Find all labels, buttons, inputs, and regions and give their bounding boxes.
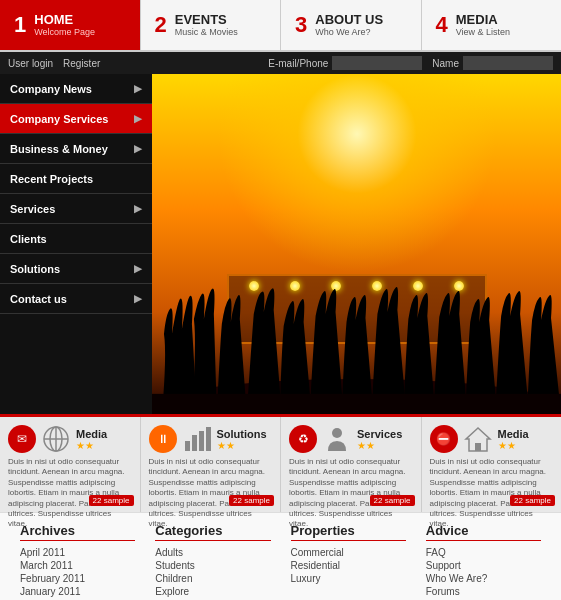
feature-stars: ★★	[498, 440, 529, 451]
sidebar-item-business-&-money[interactable]: Business & Money ▶	[0, 134, 152, 164]
nav-num: 4	[436, 14, 448, 36]
feature-title: Media	[76, 428, 107, 440]
sidebar-arrow-icon: ▶	[134, 293, 142, 304]
name-input[interactable]	[463, 56, 553, 70]
feature-stars: ★★	[357, 440, 402, 451]
feature-header: ⏸ Solutions ★★	[149, 425, 273, 453]
sidebar-item-label: Contact us	[10, 293, 67, 305]
name-field-group: Name	[432, 56, 553, 70]
user-bar: User login Register E-mail/Phone Name	[0, 52, 561, 74]
sidebar-item-label: Company Services	[10, 113, 108, 125]
sidebar-arrow-icon: ▶	[134, 143, 142, 154]
footer-link[interactable]: Commercial	[291, 547, 406, 558]
footer-link[interactable]: Forums	[426, 586, 541, 597]
nav-sub: View & Listen	[456, 27, 510, 37]
email-input[interactable]	[332, 56, 422, 70]
nav-text: EVENTS Music & Movies	[175, 13, 238, 37]
feature-desc: Duis in nisi ut odio consequatur tincidu…	[289, 457, 413, 530]
email-field-group: E-mail/Phone	[268, 56, 422, 70]
feature-desc: Duis in nisi ut odio consequatur tincidu…	[430, 457, 554, 530]
footer-link[interactable]: Residential	[291, 560, 406, 571]
feature-icon: ⏸	[149, 425, 177, 453]
feature-icon: ⛔	[430, 425, 458, 453]
crowd-silhouette	[152, 254, 561, 414]
footer-col-categories: CategoriesAdultsStudentsChildrenExplore	[155, 523, 270, 600]
footer-link[interactable]: Who We Are?	[426, 573, 541, 584]
svg-rect-8	[199, 431, 204, 451]
sidebar-item-company-news[interactable]: Company News ▶	[0, 74, 152, 104]
feature-img	[323, 425, 351, 453]
sidebar-item-contact-us[interactable]: Contact us ▶	[0, 284, 152, 314]
feature-desc: Duis in nisi ut odio consequatur tincidu…	[8, 457, 132, 530]
footer-link[interactable]: March 2011	[20, 560, 135, 571]
feature-badge: 22 sample	[229, 495, 274, 506]
feature-badge: 22 sample	[89, 495, 134, 506]
sidebar-item-services[interactable]: Services ▶	[0, 194, 152, 224]
feature-img	[464, 425, 492, 453]
feature-title: Solutions	[217, 428, 267, 440]
sidebar-item-solutions[interactable]: Solutions ▶	[0, 254, 152, 284]
footer-link[interactable]: Support	[426, 560, 541, 571]
feature-img	[183, 425, 211, 453]
hero-glow	[217, 74, 497, 274]
nav-item-home[interactable]: 1 HOME Welcome Page	[0, 0, 140, 50]
nav-sub: Music & Movies	[175, 27, 238, 37]
sidebar-item-clients[interactable]: Clients	[0, 224, 152, 254]
footer-link[interactable]: February 2011	[20, 573, 135, 584]
nav-num: 1	[14, 14, 26, 36]
sidebar-item-label: Clients	[10, 233, 47, 245]
nav-title: ABOUT US	[315, 13, 383, 27]
footer-link[interactable]: January 2011	[20, 586, 135, 597]
footer-link[interactable]: Explore	[155, 586, 270, 597]
hero-banner	[152, 74, 561, 414]
feature-title-group: Media ★★	[76, 428, 107, 451]
nav-title: HOME	[34, 13, 95, 27]
feature-desc: Duis in nisi ut odio consequatur tincidu…	[149, 457, 273, 530]
feature-title: Media	[498, 428, 529, 440]
sidebar-item-company-services[interactable]: Company Services ▶	[0, 104, 152, 134]
sidebar-item-label: Business & Money	[10, 143, 108, 155]
feature-header: ✉ Media ★★	[8, 425, 132, 453]
feature-badge: 22 sample	[510, 495, 555, 506]
nav-text: HOME Welcome Page	[34, 13, 95, 37]
footer-link[interactable]: April 2011	[20, 547, 135, 558]
footer-col-advice: AdviceFAQSupportWho We Are?ForumsPromoti…	[426, 523, 541, 600]
footer-col-archives: ArchivesApril 2011March 2011February 201…	[20, 523, 135, 600]
sidebar-item-recent-projects[interactable]: Recent Projects	[0, 164, 152, 194]
footer-col-properties: PropertiesCommercialResidentialLuxury	[291, 523, 406, 600]
footer-link[interactable]: FAQ	[426, 547, 541, 558]
footer-link[interactable]: Luxury	[291, 573, 406, 584]
user-login-link[interactable]: User login	[8, 58, 53, 69]
feature-img	[42, 425, 70, 453]
nav-item-media[interactable]: 4 MEDIA View & Listen	[422, 0, 562, 50]
footer-link[interactable]: Children	[155, 573, 270, 584]
nav-num: 2	[155, 14, 167, 36]
email-label: E-mail/Phone	[268, 58, 328, 69]
nav-sub: Who We Are?	[315, 27, 383, 37]
sidebar-item-label: Company News	[10, 83, 92, 95]
feature-stars: ★★	[217, 440, 267, 451]
nav-item-about us[interactable]: 3 ABOUT US Who We Are?	[281, 0, 421, 50]
sidebar-arrow-icon: ▶	[134, 263, 142, 274]
sidebar-arrow-icon: ▶	[134, 113, 142, 124]
feature-title-group: Services ★★	[357, 428, 402, 451]
feature-header: ⛔ Media ★★	[430, 425, 554, 453]
footer-link[interactable]: Adults	[155, 547, 270, 558]
nav-item-events[interactable]: 2 EVENTS Music & Movies	[141, 0, 281, 50]
svg-rect-7	[192, 435, 197, 451]
footer-link[interactable]: Students	[155, 560, 270, 571]
feature-title-group: Media ★★	[498, 428, 529, 451]
feature-icon: ✉	[8, 425, 36, 453]
feature-item-media: ✉ Media ★★ Duis in nisi ut odio consequa…	[0, 417, 141, 512]
svg-rect-9	[206, 427, 211, 451]
svg-rect-1	[152, 394, 561, 414]
nav-sub: Welcome Page	[34, 27, 95, 37]
sidebar-item-label: Services	[10, 203, 55, 215]
feature-item-media: ⛔ Media ★★ Duis in nisi ut odio consequa…	[422, 417, 562, 512]
features-bar: ✉ Media ★★ Duis in nisi ut odio consequa…	[0, 414, 561, 512]
sidebar-item-label: Recent Projects	[10, 173, 93, 185]
user-register-link[interactable]: Register	[63, 58, 100, 69]
feature-title: Services	[357, 428, 402, 440]
sidebar-arrow-icon: ▶	[134, 203, 142, 214]
svg-rect-6	[185, 441, 190, 451]
